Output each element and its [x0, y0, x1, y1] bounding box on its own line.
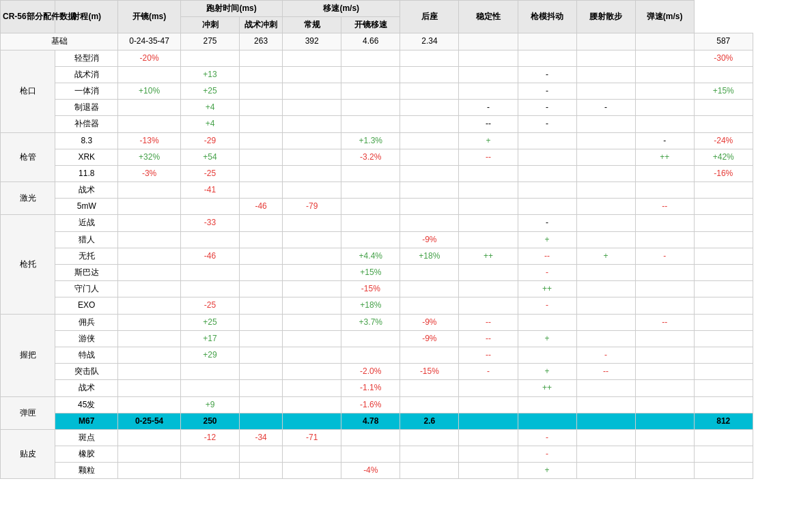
cell: -- — [635, 314, 694, 330]
cell — [459, 396, 518, 413]
cell: -15% — [400, 364, 459, 380]
cell — [518, 149, 576, 165]
cell: - — [518, 297, 576, 314]
cell — [694, 429, 753, 446]
table-row: 游侠+17-9%--+ — [1, 330, 812, 347]
table-row: 战术消+13- — [1, 66, 812, 83]
cell — [283, 248, 341, 264]
cell: - — [635, 248, 694, 264]
table-row: 握把佣兵+25+3.7%-9%---- — [1, 314, 812, 330]
cell — [576, 281, 635, 297]
table-row: 激光战术-41 — [1, 182, 812, 199]
cell — [180, 50, 239, 66]
cell — [118, 380, 181, 396]
cell — [283, 149, 341, 165]
cell — [240, 446, 283, 463]
cell — [240, 100, 283, 116]
cell — [400, 100, 459, 116]
cell: + — [518, 330, 576, 347]
cell: -30% — [694, 50, 753, 66]
cell — [180, 380, 239, 396]
cell — [283, 396, 341, 413]
cell — [283, 265, 341, 281]
cell — [694, 116, 753, 132]
cell: +25 — [180, 83, 239, 99]
item-name: 战术消 — [55, 66, 118, 83]
base-ads: 275 — [180, 33, 239, 50]
cell: +54 — [180, 149, 239, 165]
cell — [240, 182, 283, 199]
cell — [576, 413, 635, 429]
cell — [400, 396, 459, 413]
cell — [400, 83, 459, 99]
cell: ++ — [459, 248, 518, 264]
cell — [635, 116, 694, 132]
cell — [240, 314, 283, 330]
cell — [400, 463, 459, 479]
cell — [459, 83, 518, 99]
cell — [283, 314, 341, 330]
header-sprint: 冲刺 — [180, 17, 239, 33]
cell — [635, 364, 694, 380]
table-row: 5mW-46-79-- — [1, 199, 812, 215]
cell — [694, 248, 753, 264]
cell — [283, 182, 341, 199]
cell: +18% — [341, 297, 400, 314]
cell — [576, 182, 635, 199]
cell: -- — [459, 116, 518, 132]
cell: -79 — [283, 199, 341, 215]
header-ads-move: 开镜移速 — [341, 17, 400, 33]
cell: +1.3% — [341, 132, 400, 149]
base-ads-move: 2.34 — [400, 33, 459, 50]
cell — [341, 215, 400, 231]
cell: -- — [518, 248, 576, 264]
main-table-wrapper: CR-56部分配件数据 射程(m) 开镜(ms) 跑射时间(ms) 移速(m/s… — [0, 0, 812, 479]
cell: - — [518, 265, 576, 281]
cell — [576, 116, 635, 132]
base-range: 0-24-35-47 — [118, 33, 181, 50]
cell — [283, 50, 341, 66]
cell — [694, 215, 753, 231]
cell — [459, 281, 518, 297]
header-tactical: 战术冲刺 — [240, 17, 283, 33]
cell — [400, 116, 459, 132]
cell — [341, 83, 400, 99]
cell — [118, 429, 181, 446]
cell — [118, 231, 181, 248]
cell — [694, 446, 753, 463]
cell: +15% — [694, 83, 753, 99]
cell — [518, 199, 576, 215]
cell — [635, 380, 694, 396]
cell — [240, 265, 283, 281]
cell — [118, 66, 181, 83]
cell — [576, 380, 635, 396]
cell — [118, 330, 181, 347]
item-name: 补偿器 — [55, 116, 118, 132]
item-name: 突击队 — [55, 364, 118, 380]
cell — [180, 364, 239, 380]
cell — [118, 446, 181, 463]
header-hip: 腰射散步 — [576, 1, 635, 33]
table-row: M670-25-542504.782.6812 — [1, 413, 812, 429]
category-label: 枪管 — [1, 132, 55, 182]
cell — [576, 83, 635, 99]
cell — [400, 265, 459, 281]
cell — [118, 215, 181, 231]
cell: -1.1% — [341, 380, 400, 396]
cell — [240, 165, 283, 181]
item-name: 颗粒 — [55, 463, 118, 479]
cell — [341, 100, 400, 116]
cell — [240, 215, 283, 231]
cell — [635, 265, 694, 281]
cell — [118, 100, 181, 116]
cell: +4 — [180, 116, 239, 132]
cell — [635, 463, 694, 479]
cell: +9 — [180, 396, 239, 413]
cell — [400, 50, 459, 66]
cell: - — [518, 116, 576, 132]
cell — [694, 463, 753, 479]
cell — [576, 231, 635, 248]
table-row: 突击队-2.0%-15%-+-- — [1, 364, 812, 380]
cell: - — [576, 347, 635, 363]
cell — [400, 66, 459, 83]
